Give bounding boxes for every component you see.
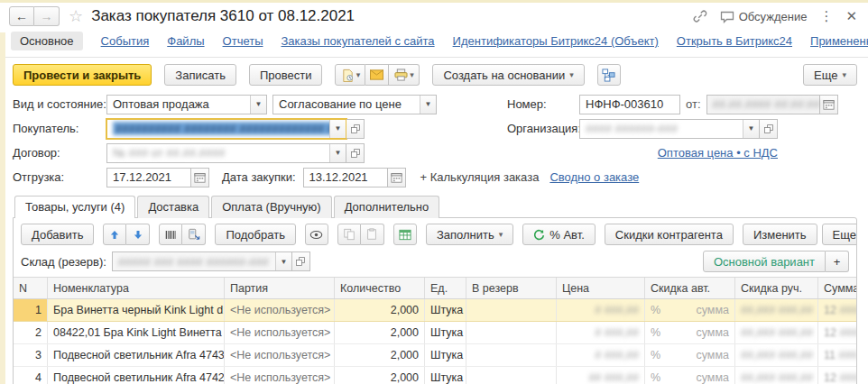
tab-auto-discounts[interactable]: Примененные автоматические скидки — [810, 34, 868, 48]
tab-main[interactable]: Основное — [11, 32, 83, 50]
change-button[interactable]: Изменить — [743, 224, 817, 245]
tab-delivery[interactable]: Доставка — [137, 196, 209, 218]
pick-items-button[interactable]: Подобрать — [215, 224, 295, 245]
discussion-button[interactable]: Обсуждение — [720, 10, 808, 23]
items-table: N Номенклатура Партия Количество Ед. В р… — [14, 277, 856, 384]
organization-open-icon[interactable] — [760, 119, 778, 139]
kind-state-label: Вид и состояние: — [13, 97, 106, 111]
export-table-button[interactable] — [393, 224, 417, 245]
paste-icon — [365, 228, 378, 241]
barcode-button[interactable] — [159, 224, 182, 245]
tab-site-orders[interactable]: Заказы покупателей с сайта — [282, 34, 435, 48]
order-date-input[interactable]: ##.##.#### ##:##:## — [706, 95, 820, 114]
view-button[interactable] — [305, 224, 328, 245]
order-summary-link[interactable]: Сводно о заказе — [549, 170, 639, 184]
document-clock-icon — [341, 69, 355, 82]
customer-select[interactable]: ########## ######## ############# ## ▼ — [106, 119, 346, 139]
window-header: ← → ☆ Заказ покупателя 3610 от 08.12.202… — [0, 0, 868, 29]
table-row[interactable]: 1 Бра Винетта черный Kink Light d10 h9… … — [14, 299, 856, 322]
arrow-down-icon — [133, 229, 143, 241]
recalc-auto-discount-button[interactable]: % Авт. — [522, 224, 596, 245]
more-button-items[interactable]: Еще▾ — [822, 224, 857, 245]
tab-bitrix-ids[interactable]: Идентификаторы Битрикс24 (Объект) — [453, 34, 659, 48]
calendar-icon[interactable] — [388, 168, 406, 187]
organization-select[interactable]: #### ######-### ▼ — [579, 119, 760, 139]
post-and-close-button[interactable]: Провести и закрыть — [13, 64, 152, 86]
move-down-button[interactable] — [126, 224, 150, 245]
discussion-icon — [720, 10, 734, 23]
back-button[interactable]: ← — [9, 6, 34, 26]
contract-select[interactable]: № ### от ##.##.#### ▼ — [106, 143, 346, 163]
number-label: Номер: — [507, 97, 579, 111]
customer-open-icon[interactable] — [346, 119, 365, 139]
scanner-icon — [188, 228, 200, 241]
window-top-accent — [0, 0, 868, 3]
fill-button[interactable]: Заполнить▾ — [426, 224, 513, 245]
purchase-date-label: Дата закупки: — [222, 170, 296, 184]
table-row[interactable]: 3 Подвесной светильник Afra 4743/5L <Не … — [14, 344, 856, 367]
table-row[interactable]: 2 08422,01 Бра Kink Light Винетта <Не ис… — [14, 322, 856, 344]
send-email-button[interactable] — [365, 64, 389, 86]
printer-icon — [394, 69, 408, 81]
copy-icon — [343, 228, 356, 241]
tab-additional[interactable]: Дополнительно — [334, 196, 440, 218]
more-button-top[interactable]: Еще▾ — [803, 64, 857, 86]
organization-label: Организация: — [507, 122, 579, 135]
table-header-row: N Номенклатура Партия Количество Ед. В р… — [14, 278, 856, 299]
customer-label: Покупатель: — [13, 122, 106, 135]
chevron-down-icon[interactable]: ▼ — [329, 120, 346, 138]
tab-open-bitrix[interactable]: Открыть в Битрикс24 — [677, 34, 792, 48]
save-button[interactable]: Записать — [164, 64, 236, 86]
tab-reports[interactable]: Отчеты — [223, 34, 263, 48]
structure-icon — [602, 69, 615, 82]
history-nav: ← → — [9, 6, 60, 26]
spreadsheet-icon — [399, 229, 411, 241]
tab-files[interactable]: Файлы — [167, 34, 204, 48]
table-row[interactable]: 4 Подвесной светильник Afra 4742/5L <Не … — [14, 367, 856, 384]
get-link-icon[interactable] — [693, 9, 707, 23]
post-button[interactable]: Провести — [249, 64, 323, 86]
tab-payment[interactable]: Оплата (Вручную) — [211, 196, 331, 218]
counterparty-discounts-button[interactable]: Скидки контрагента — [605, 224, 734, 245]
print-button[interactable]: ▾ — [389, 64, 420, 86]
copy-rows-button[interactable] — [337, 224, 361, 245]
favorite-star-icon[interactable]: ☆ — [69, 6, 83, 26]
warehouse-open-icon[interactable] — [292, 251, 310, 271]
scanner-button[interactable] — [182, 224, 206, 245]
contract-open-icon[interactable] — [346, 143, 365, 163]
window-left-accent — [0, 32, 5, 384]
add-row-button[interactable]: Добавить — [21, 224, 94, 245]
related-documents-button[interactable] — [597, 64, 621, 86]
close-icon[interactable]: ✕ — [845, 8, 857, 24]
chevron-down-icon[interactable]: ▼ — [275, 252, 291, 270]
chevron-down-icon[interactable]: ▼ — [743, 120, 759, 138]
order-calculation-toggle[interactable]: + Калькуляция заказа — [420, 170, 540, 184]
document-journal-button[interactable]: ▾ — [335, 64, 365, 86]
add-variant-button[interactable]: + — [826, 251, 849, 272]
more-menu-icon[interactable]: ⋮ — [819, 8, 833, 24]
move-up-button[interactable] — [103, 224, 126, 245]
chevron-down-icon[interactable]: ▼ — [250, 96, 266, 114]
paste-rows-button[interactable] — [361, 224, 384, 245]
create-based-on-button[interactable]: Создать на основании▾ — [432, 64, 584, 86]
order-kind-select[interactable]: Оптовая продажа ▼ — [106, 95, 267, 114]
calendar-icon[interactable] — [820, 95, 838, 114]
price-type-link[interactable]: Оптовая цена • с НДС — [658, 146, 778, 160]
chevron-down-icon[interactable]: ▼ — [329, 144, 346, 162]
items-tabs: Товары, услуги (4) Доставка Оплата (Вруч… — [13, 196, 857, 218]
envelope-icon — [370, 69, 383, 80]
tab-events[interactable]: События — [101, 34, 150, 48]
calendar-icon[interactable] — [191, 168, 209, 187]
chevron-down-icon[interactable]: ▼ — [420, 96, 436, 114]
forward-button[interactable]: → — [34, 6, 60, 26]
purchase-date-input[interactable]: 13.12.2021 — [303, 168, 388, 187]
refresh-icon — [533, 229, 545, 241]
tab-goods-services[interactable]: Товары, услуги (4) — [14, 196, 135, 218]
order-number-input[interactable]: НФНФ-003610 — [579, 95, 680, 114]
shipment-date-input[interactable]: 17.12.2021 — [106, 168, 191, 187]
order-state-select[interactable]: Согласование по цене ▼ — [272, 95, 437, 114]
warehouse-row: Склад (резерв): ##### ### #### ######-##… — [14, 250, 856, 277]
main-variant-button[interactable]: Основной вариант — [703, 251, 826, 272]
command-bar: Провести и закрыть Записать Провести ▾ ▾… — [0, 58, 868, 92]
warehouse-select[interactable]: ##### ### #### ######-### ▼ — [112, 251, 292, 271]
